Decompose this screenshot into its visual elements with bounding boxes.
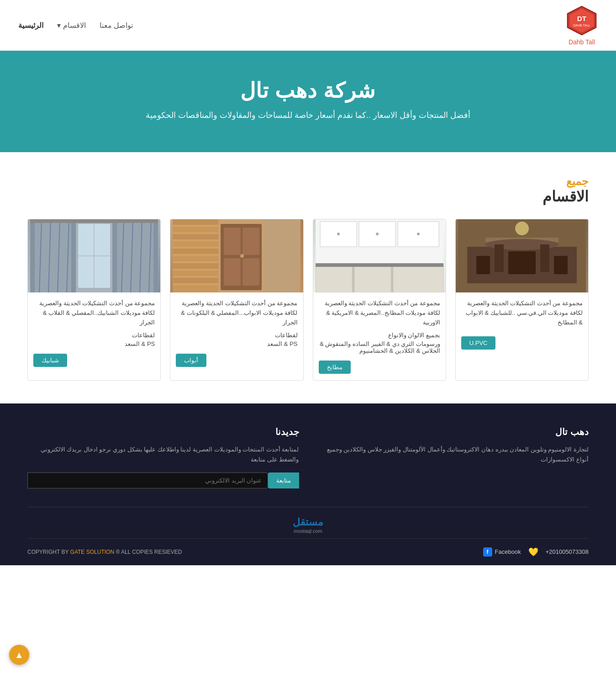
heading-label: الاقسام — [27, 188, 589, 205]
cards-grid: مجموعة من أحدث التشكيلات الحديثة والعصري… — [27, 219, 589, 381]
chevron-down-icon: ▾ — [57, 21, 61, 30]
card-image-shababeek — [28, 219, 160, 292]
brand-logo-icon: DT DAHB TALL — [566, 5, 598, 37]
mostaql-logo-section: مستقل mostaql.com — [27, 507, 589, 538]
svg-rect-42 — [224, 258, 241, 286]
card-body-shababeek: مجموعة من أحدث التشكيلات الحديثة والعصري… — [28, 292, 160, 373]
footer-contact: 201005073308+ 💛 Facebook f — [483, 547, 589, 557]
svg-rect-43 — [242, 258, 259, 286]
svg-point-24 — [337, 233, 340, 235]
nav-item-contact[interactable]: تواصل معنا — [100, 21, 133, 30]
card-doors: مجموعة من أحدث التشكيلات الحديثة والعصري… — [170, 219, 303, 381]
svg-rect-30 — [173, 227, 218, 232]
svg-text:DAHB TALL: DAHB TALL — [573, 24, 590, 27]
card-text-shababeek: مجموعة من أحدث التشكيلات الحديثة والعصري… — [33, 299, 155, 327]
svg-point-26 — [417, 233, 420, 235]
svg-rect-21 — [354, 265, 391, 292]
footer-col2-title: جديدنا — [27, 426, 299, 437]
svg-text:DT: DT — [577, 15, 587, 22]
footer-col2-text: لمتابعة أحدث المنتجات والموديلات العصرية… — [27, 445, 299, 465]
kitchens-button[interactable]: مطابخ — [319, 361, 351, 374]
mostaql-text: مستقل — [27, 516, 589, 528]
svg-point-25 — [376, 233, 379, 235]
svg-rect-36 — [173, 271, 218, 276]
card-text-doors: مجموعة من أحدث التشكيلات الحديثة والعصري… — [176, 299, 297, 327]
svg-rect-32 — [173, 241, 218, 247]
svg-point-13 — [515, 222, 529, 235]
card-body-upvc: مجموعة من أحدث التشكيلات الحديثة والعصري… — [456, 292, 588, 356]
card-body-kitchens: مجموعة من أحدث التشكيلات الحديثة والعصري… — [313, 292, 446, 380]
svg-rect-8 — [495, 244, 504, 272]
newsletter-button[interactable]: متابعة — [268, 472, 299, 488]
card-meta1-shababeek: لقطاعات — [33, 332, 155, 339]
dining-room-svg — [456, 219, 588, 292]
facebook-icon: f — [483, 547, 492, 557]
heading-all: جميع — [27, 175, 589, 188]
footer-grid: دهب تال لتجارة الالومنيوم وتلوين المعادن… — [27, 426, 589, 506]
card-image-doors — [170, 219, 303, 292]
svg-rect-34 — [173, 256, 218, 261]
footer-col-about: دهب تال لتجارة الالومنيوم وتلوين المعادن… — [317, 426, 589, 488]
facebook-label: Facebook — [495, 548, 521, 555]
newsletter-input[interactable] — [27, 472, 268, 488]
hero-subtitle: أفضل المنتجات وأقل الاسعار ..كما نقدم أس… — [9, 110, 607, 120]
kitchen-svg — [313, 219, 446, 292]
svg-rect-23 — [316, 263, 443, 267]
svg-rect-9 — [540, 244, 549, 272]
svg-rect-41 — [242, 228, 259, 255]
upvc-button[interactable]: U.PVC — [461, 336, 496, 350]
footer-copyright: COPYRIGHT BY GATE SOLUTION ® ALL COPIES … — [27, 549, 182, 555]
brand-name: Dahb Tall — [569, 38, 595, 46]
svg-rect-20 — [316, 265, 352, 292]
brand-logo-container[interactable]: DT DAHB TALL Dahb Tall — [566, 5, 598, 46]
card-meta2-shababeek: PS & السعد — [33, 340, 155, 347]
svg-rect-29 — [173, 219, 218, 225]
nav-item-home[interactable]: الرئيسية — [18, 21, 43, 30]
sections-area: جميع الاقسام — [0, 152, 616, 403]
shababeek-button[interactable]: شبابيك — [33, 354, 67, 367]
card-text-upvc: مجموعة من أحدث التشكيلات الحديثة والعصري… — [461, 299, 583, 327]
card-kitchens: مجموعة من أحدث التشكيلات الحديثة والعصري… — [313, 219, 446, 381]
svg-rect-33 — [173, 249, 218, 254]
navbar: DT DAHB TALL Dahb Tall تواصل معنا الاقسا… — [0, 0, 616, 51]
card-meta1-kitchens: بجميع الالوان والانواع — [319, 332, 440, 339]
door-svg — [170, 219, 303, 292]
svg-rect-40 — [224, 228, 241, 255]
doors-button[interactable]: أبواب — [176, 354, 206, 367]
card-meta2-kitchens: ورسومات الثري دي & الفيبر الساده والمنقو… — [319, 340, 440, 354]
whatsapp-icon: 💛 — [528, 547, 538, 557]
curtain-svg — [28, 219, 160, 292]
svg-rect-45 — [264, 219, 300, 292]
card-shababeek: مجموعة من أحدث التشكيلات الحديثة والعصري… — [27, 219, 161, 381]
nav-item-sections[interactable]: الاقسام ▾ — [57, 21, 86, 30]
hero-section: شركة دهب تال أفضل المنتجات وأقل الاسعار … — [0, 51, 616, 152]
svg-rect-31 — [173, 234, 218, 239]
footer-col-newsletter: جديدنا لمتابعة أحدث المنتجات والموديلات … — [27, 426, 299, 488]
card-body-doors: مجموعة من أحدث التشكيلات الحديثة والعصري… — [170, 292, 303, 373]
card-upvc: مجموعة من أحدث التشكيلات الحديثة والعصري… — [455, 219, 589, 381]
svg-rect-35 — [173, 263, 218, 269]
nav-links: تواصل معنا الاقسام ▾ الرئيسية — [18, 21, 133, 30]
card-meta2-doors: PS & السعد — [176, 340, 297, 347]
svg-rect-38 — [173, 285, 218, 292]
card-image-upvc — [456, 219, 588, 292]
svg-rect-22 — [393, 265, 443, 292]
svg-rect-62 — [30, 219, 158, 223]
mostaql-sub: mostaql.com — [27, 528, 589, 534]
footer-col1-text: لتجارة الالومنيوم وتلوين المعادن ببدره د… — [317, 445, 589, 465]
footer-phone: 201005073308+ — [546, 548, 589, 555]
card-text-kitchens: مجموعة من أحدث التشكيلات الحديثة والعصري… — [319, 299, 440, 327]
svg-rect-12 — [508, 251, 536, 274]
footer-facebook-link[interactable]: Facebook f — [483, 547, 521, 557]
svg-point-44 — [240, 254, 244, 258]
card-image-kitchens — [313, 219, 446, 292]
newsletter-form: متابعة — [27, 472, 299, 488]
svg-rect-11 — [554, 256, 568, 274]
footer-col1-title: دهب تال — [317, 426, 589, 437]
svg-rect-10 — [476, 256, 490, 274]
footer: دهب تال لتجارة الالومنيوم وتلوين المعادن… — [0, 403, 616, 565]
card-meta1-doors: لقطاعات — [176, 332, 297, 339]
footer-bottom: 201005073308+ 💛 Facebook f COPYRIGHT BY … — [27, 538, 589, 565]
hero-title: شركة دهب تال — [9, 78, 607, 103]
svg-rect-37 — [173, 278, 218, 283]
